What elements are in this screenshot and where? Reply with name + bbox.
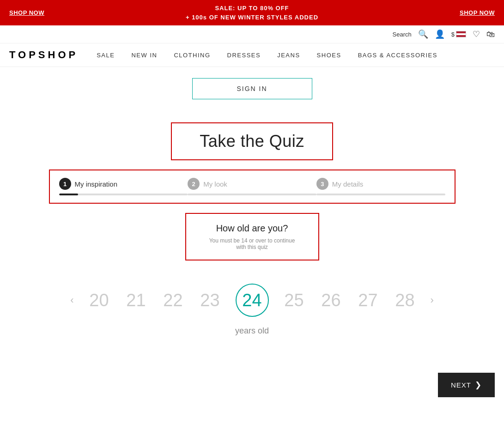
step-3-header: 3 My details xyxy=(316,178,364,190)
account-icon[interactable]: 👤 xyxy=(435,29,445,39)
step-3-circle: 3 xyxy=(316,178,328,190)
age-22[interactable]: 22 xyxy=(162,291,185,310)
step-2-header: 2 My look xyxy=(188,178,227,190)
top-banner: SHOP NOW SALE: UP TO 80% OFF + 100s OF N… xyxy=(0,0,504,25)
step-2-progress xyxy=(188,194,316,195)
next-button[interactable]: NEXT ❯ xyxy=(438,373,495,397)
step-2-number: 2 xyxy=(192,181,195,188)
step-1-label: My inspiration xyxy=(75,180,118,188)
years-old-label: years old xyxy=(30,326,474,336)
age-question-title: How old are you? xyxy=(205,223,300,234)
step-3-number: 3 xyxy=(321,181,324,188)
next-arrow-icon: ❯ xyxy=(475,380,482,390)
age-24-selected[interactable]: 24 xyxy=(236,284,269,317)
age-28[interactable]: 28 xyxy=(394,291,417,310)
cart-icon[interactable]: 🛍 xyxy=(486,30,495,39)
age-next-button[interactable]: › xyxy=(431,294,434,306)
quiz-title: Take the Quiz xyxy=(200,132,304,151)
currency-selector[interactable]: $ xyxy=(451,31,466,38)
step-1-progress xyxy=(59,194,188,195)
nav-jeans[interactable]: JEANS xyxy=(277,52,300,59)
search-icon[interactable]: 🔍 xyxy=(418,29,428,39)
age-question-sub: You must be 14 or over to continue with … xyxy=(205,237,300,250)
banner-center: SALE: UP TO 80% OFF + 100s OF NEW WINTER… xyxy=(186,4,318,22)
step-2-circle: 2 xyxy=(188,178,200,190)
steps-wrapper: 1 My inspiration 2 My look xyxy=(49,170,455,204)
step-1-number: 1 xyxy=(63,181,67,188)
flag-icon xyxy=(456,31,466,37)
step-3-progress xyxy=(316,194,445,195)
step-1-circle: 1 xyxy=(59,178,71,190)
age-26[interactable]: 26 xyxy=(320,291,343,310)
age-21[interactable]: 21 xyxy=(125,291,148,310)
step-1-header: 1 My inspiration xyxy=(59,178,118,190)
nav-sale[interactable]: SALE xyxy=(97,52,115,59)
main-content: Take the Quiz 1 My inspiration 2 My look xyxy=(21,99,483,373)
banner-right-link[interactable]: SHOP NOW xyxy=(460,9,495,16)
nav-bags[interactable]: BAGS & ACCESSORIES xyxy=(358,52,437,59)
next-btn-wrapper: NEXT ❯ xyxy=(0,373,504,406)
nav-new-in[interactable]: NEW IN xyxy=(131,52,157,59)
age-23[interactable]: 23 xyxy=(199,291,222,310)
step-1-progress-fill xyxy=(59,194,79,195)
age-27[interactable]: 27 xyxy=(357,291,380,310)
nav-dresses[interactable]: DRESSES xyxy=(227,52,261,59)
signin-container: SIGN IN xyxy=(0,78,504,99)
step-1: 1 My inspiration xyxy=(59,178,188,195)
banner-line1: SALE: UP TO 80% OFF xyxy=(186,4,318,13)
age-question-wrapper: How old are you? You must be 14 or over … xyxy=(30,213,474,260)
step-2: 2 My look xyxy=(188,178,316,195)
currency-label: $ xyxy=(451,31,455,38)
next-label: NEXT xyxy=(451,381,471,389)
nav-clothing[interactable]: CLOTHING xyxy=(174,52,210,59)
age-25[interactable]: 25 xyxy=(283,291,306,310)
step-2-label: My look xyxy=(203,180,227,188)
step-3-label: My details xyxy=(332,180,364,188)
age-20[interactable]: 20 xyxy=(88,291,111,310)
logo[interactable]: TOPSHOP xyxy=(9,49,78,61)
age-selector: ‹ 20 21 22 23 24 25 26 27 28 › xyxy=(30,284,474,317)
step-3: 3 My details xyxy=(316,178,445,195)
quiz-title-box: Take the Quiz xyxy=(171,122,333,160)
nav-shoes[interactable]: SHOES xyxy=(317,52,341,59)
nav-bar: TOPSHOP SALE NEW IN CLOTHING DRESSES JEA… xyxy=(0,43,504,67)
signin-button[interactable]: SIGN IN xyxy=(192,78,312,99)
banner-left-link[interactable]: SHOP NOW xyxy=(9,9,44,16)
utility-bar: Search 🔍 👤 $ ♡ 🛍 xyxy=(0,25,504,43)
search-label: Search xyxy=(393,31,412,38)
quiz-title-wrapper: Take the Quiz xyxy=(30,122,474,160)
age-question-box: How old are you? You must be 14 or over … xyxy=(185,213,319,260)
nav-links: SALE NEW IN CLOTHING DRESSES JEANS SHOES… xyxy=(97,52,495,59)
banner-line2: + 100s OF NEW WINTER STYLES ADDED xyxy=(186,13,318,22)
age-prev-button[interactable]: ‹ xyxy=(70,294,73,306)
wishlist-icon[interactable]: ♡ xyxy=(473,29,480,39)
